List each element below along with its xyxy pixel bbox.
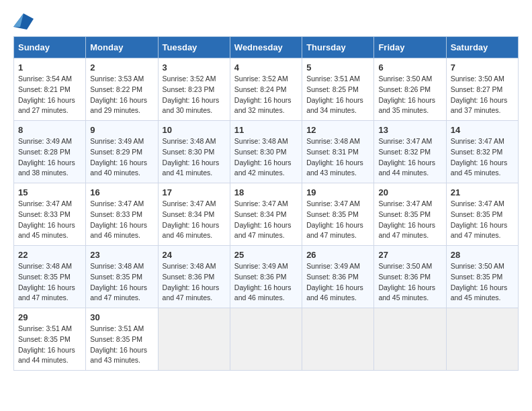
sunrise-text: Sunrise: 3:52 AM <box>234 75 288 83</box>
daylight-text: Daylight: 16 hours and 47 minutes. <box>90 283 147 302</box>
day-number: 24 <box>163 250 226 260</box>
sunrise-text: Sunrise: 3:50 AM <box>378 262 432 270</box>
calendar-week-row: 1 Sunrise: 3:54 AM Sunset: 8:21 PM Dayli… <box>14 58 519 121</box>
day-number: 30 <box>90 312 153 322</box>
cell-content: Sunrise: 3:47 AM Sunset: 8:35 PM Dayligh… <box>451 199 514 241</box>
cell-content: Sunrise: 3:47 AM Sunset: 8:34 PM Dayligh… <box>234 199 298 241</box>
calendar-cell: 15 Sunrise: 3:47 AM Sunset: 8:33 PM Dayl… <box>14 183 86 246</box>
sunset-text: Sunset: 8:32 PM <box>378 148 431 156</box>
daylight-text: Daylight: 16 hours and 42 minutes. <box>234 158 292 177</box>
daylight-text: Daylight: 16 hours and 47 minutes. <box>234 221 292 240</box>
sunrise-text: Sunrise: 3:49 AM <box>234 262 288 270</box>
sunset-text: Sunset: 8:36 PM <box>163 273 215 281</box>
daylight-text: Daylight: 16 hours and 46 minutes. <box>234 283 292 302</box>
daylight-text: Daylight: 16 hours and 47 minutes. <box>163 283 220 302</box>
sunset-text: Sunset: 8:24 PM <box>234 85 287 93</box>
daylight-text: Daylight: 16 hours and 38 minutes. <box>18 158 75 177</box>
day-number: 5 <box>306 62 369 73</box>
cell-content: Sunrise: 3:47 AM Sunset: 8:32 PM Dayligh… <box>451 136 514 179</box>
sunrise-text: Sunrise: 3:49 AM <box>18 137 72 145</box>
cell-content: Sunrise: 3:54 AM Sunset: 8:21 PM Dayligh… <box>18 74 81 116</box>
sunset-text: Sunset: 8:22 PM <box>90 85 142 93</box>
sunset-text: Sunset: 8:27 PM <box>451 85 503 93</box>
calendar-cell: 16 Sunrise: 3:47 AM Sunset: 8:33 PM Dayl… <box>86 183 158 246</box>
day-number: 25 <box>234 250 298 260</box>
calendar-cell: 3 Sunrise: 3:52 AM Sunset: 8:23 PM Dayli… <box>158 58 230 121</box>
cell-content: Sunrise: 3:50 AM Sunset: 8:27 PM Dayligh… <box>451 74 514 116</box>
sunset-text: Sunset: 8:35 PM <box>18 335 71 343</box>
cell-content: Sunrise: 3:48 AM Sunset: 8:36 PM Dayligh… <box>163 261 226 304</box>
cell-content: Sunrise: 3:49 AM Sunset: 8:36 PM Dayligh… <box>234 261 298 304</box>
day-header-saturday: Saturday <box>446 37 518 58</box>
day-header-thursday: Thursday <box>302 37 374 58</box>
calendar-cell: 17 Sunrise: 3:47 AM Sunset: 8:34 PM Dayl… <box>158 183 230 246</box>
day-number: 23 <box>90 250 153 260</box>
daylight-text: Daylight: 16 hours and 43 minutes. <box>90 346 147 365</box>
sunrise-text: Sunrise: 3:50 AM <box>451 75 504 83</box>
calendar-cell: 28 Sunrise: 3:50 AM Sunset: 8:35 PM Dayl… <box>446 246 518 308</box>
cell-content: Sunrise: 3:48 AM Sunset: 8:35 PM Dayligh… <box>90 261 153 304</box>
sunset-text: Sunset: 8:36 PM <box>234 273 287 281</box>
calendar-cell: 8 Sunrise: 3:49 AM Sunset: 8:28 PM Dayli… <box>14 121 86 183</box>
sunset-text: Sunset: 8:23 PM <box>163 85 215 93</box>
day-number: 15 <box>18 187 81 197</box>
cell-content: Sunrise: 3:51 AM Sunset: 8:25 PM Dayligh… <box>306 74 369 116</box>
cell-content: Sunrise: 3:52 AM Sunset: 8:24 PM Dayligh… <box>234 74 298 116</box>
day-header-wednesday: Wednesday <box>230 37 302 58</box>
calendar-cell: 24 Sunrise: 3:48 AM Sunset: 8:36 PM Dayl… <box>158 246 230 308</box>
calendar-week-row: 29 Sunrise: 3:51 AM Sunset: 8:35 PM Dayl… <box>14 308 519 371</box>
day-header-friday: Friday <box>374 37 446 58</box>
day-number: 1 <box>18 62 81 73</box>
calendar-cell: 9 Sunrise: 3:49 AM Sunset: 8:29 PM Dayli… <box>86 121 158 183</box>
sunrise-text: Sunrise: 3:49 AM <box>306 262 360 270</box>
cell-content: Sunrise: 3:50 AM Sunset: 8:26 PM Dayligh… <box>378 74 441 116</box>
sunset-text: Sunset: 8:36 PM <box>306 273 359 281</box>
daylight-text: Daylight: 16 hours and 35 minutes. <box>378 96 435 115</box>
day-number: 4 <box>234 62 298 73</box>
daylight-text: Daylight: 16 hours and 47 minutes. <box>306 221 363 240</box>
daylight-text: Daylight: 16 hours and 46 minutes. <box>90 221 147 240</box>
sunrise-text: Sunrise: 3:47 AM <box>18 199 72 208</box>
page-header <box>13 13 519 30</box>
sunrise-text: Sunrise: 3:47 AM <box>378 137 432 145</box>
sunrise-text: Sunrise: 3:50 AM <box>378 75 432 83</box>
day-number: 9 <box>90 125 153 135</box>
cell-content: Sunrise: 3:50 AM Sunset: 8:36 PM Dayligh… <box>378 261 441 304</box>
sunrise-text: Sunrise: 3:48 AM <box>306 137 360 145</box>
sunset-text: Sunset: 8:33 PM <box>90 210 142 218</box>
daylight-text: Daylight: 16 hours and 41 minutes. <box>163 158 220 177</box>
daylight-text: Daylight: 16 hours and 45 minutes. <box>18 221 75 240</box>
sunset-text: Sunset: 8:35 PM <box>378 210 431 218</box>
sunset-text: Sunset: 8:28 PM <box>18 148 71 156</box>
day-header-tuesday: Tuesday <box>158 37 230 58</box>
calendar-cell: 10 Sunrise: 3:48 AM Sunset: 8:30 PM Dayl… <box>158 121 230 183</box>
sunset-text: Sunset: 8:35 PM <box>18 273 71 281</box>
logo-icon <box>13 13 34 30</box>
day-number: 16 <box>90 187 153 197</box>
calendar-cell <box>158 308 230 371</box>
sunset-text: Sunset: 8:26 PM <box>378 85 431 93</box>
calendar-cell <box>446 308 518 371</box>
calendar-cell: 14 Sunrise: 3:47 AM Sunset: 8:32 PM Dayl… <box>446 121 518 183</box>
sunset-text: Sunset: 8:21 PM <box>18 85 71 93</box>
calendar-cell: 1 Sunrise: 3:54 AM Sunset: 8:21 PM Dayli… <box>14 58 86 121</box>
calendar-cell <box>302 308 374 371</box>
cell-content: Sunrise: 3:48 AM Sunset: 8:35 PM Dayligh… <box>18 261 81 304</box>
day-number: 21 <box>451 187 514 197</box>
sunset-text: Sunset: 8:36 PM <box>378 273 431 281</box>
sunrise-text: Sunrise: 3:47 AM <box>451 137 504 145</box>
sunrise-text: Sunrise: 3:49 AM <box>90 137 144 145</box>
sunset-text: Sunset: 8:35 PM <box>90 335 142 343</box>
calendar-week-row: 8 Sunrise: 3:49 AM Sunset: 8:28 PM Dayli… <box>14 121 519 183</box>
cell-content: Sunrise: 3:51 AM Sunset: 8:35 PM Dayligh… <box>18 324 81 366</box>
calendar-cell: 23 Sunrise: 3:48 AM Sunset: 8:35 PM Dayl… <box>86 246 158 308</box>
sunrise-text: Sunrise: 3:48 AM <box>163 137 216 145</box>
sunset-text: Sunset: 8:35 PM <box>451 210 503 218</box>
cell-content: Sunrise: 3:51 AM Sunset: 8:35 PM Dayligh… <box>90 324 153 366</box>
daylight-text: Daylight: 16 hours and 34 minutes. <box>306 96 363 115</box>
sunrise-text: Sunrise: 3:48 AM <box>163 262 216 270</box>
cell-content: Sunrise: 3:49 AM Sunset: 8:36 PM Dayligh… <box>306 261 369 304</box>
sunset-text: Sunset: 8:34 PM <box>163 210 215 218</box>
sunrise-text: Sunrise: 3:47 AM <box>90 199 144 208</box>
daylight-text: Daylight: 16 hours and 46 minutes. <box>163 221 220 240</box>
